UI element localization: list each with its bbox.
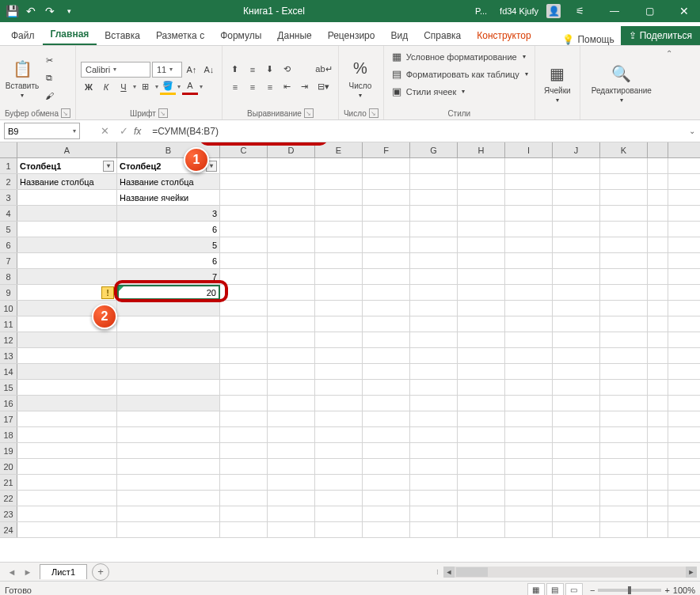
avatar-icon[interactable]: 👤 [546, 4, 561, 18]
cell[interactable] [458, 506, 505, 521]
cell[interactable] [458, 253, 505, 268]
cell[interactable] [410, 475, 458, 490]
cell[interactable] [220, 269, 268, 284]
merge-icon[interactable]: ⊟▾ [314, 79, 333, 95]
col-header[interactable] [648, 142, 668, 157]
cell[interactable] [505, 522, 553, 537]
cell[interactable] [458, 396, 505, 411]
cell[interactable] [268, 411, 315, 426]
increase-font-icon[interactable]: A↑ [184, 62, 200, 78]
dialog-launcher-icon[interactable]: ↘ [61, 108, 70, 118]
chevron-down-icon[interactable]: ▾ [200, 83, 203, 90]
chevron-down-icon[interactable]: ▾ [177, 83, 181, 90]
cell[interactable] [458, 174, 505, 189]
col-header[interactable]: K [600, 142, 648, 157]
row-header[interactable]: 23 [0, 506, 17, 521]
cell[interactable] [553, 301, 600, 316]
cell[interactable] [268, 301, 315, 316]
cut-icon[interactable]: ✂ [41, 53, 57, 69]
cell[interactable] [315, 237, 363, 252]
cell[interactable] [410, 269, 458, 284]
cell[interactable]: 6 [117, 222, 220, 237]
cell[interactable] [553, 522, 600, 537]
cell[interactable] [363, 316, 410, 332]
expand-formula-bar-icon[interactable]: ⌄ [684, 123, 700, 139]
cell[interactable] [220, 237, 268, 252]
cell[interactable] [363, 380, 410, 395]
chevron-down-icon[interactable]: ▾ [133, 83, 136, 90]
cell[interactable] [553, 285, 600, 300]
cell[interactable] [410, 427, 458, 442]
scroll-thumb[interactable] [456, 567, 488, 577]
cell[interactable] [315, 364, 363, 379]
horizontal-scrollbar[interactable]: ⁝ ◄ ► [109, 567, 700, 578]
cell[interactable] [600, 269, 648, 284]
cell[interactable] [553, 190, 600, 205]
cell[interactable] [17, 222, 117, 237]
cell[interactable] [220, 396, 268, 411]
cell[interactable] [268, 380, 315, 395]
dialog-launcher-icon[interactable]: ↘ [158, 108, 168, 118]
cell[interactable] [410, 459, 458, 474]
cell[interactable] [648, 459, 668, 474]
cell[interactable] [410, 237, 458, 252]
cell[interactable] [505, 301, 553, 316]
cell[interactable] [117, 506, 220, 521]
cell[interactable]: ! [17, 285, 117, 300]
cell[interactable] [505, 364, 553, 379]
cell[interactable] [505, 190, 553, 205]
cell[interactable] [410, 522, 458, 537]
cell[interactable] [363, 332, 410, 347]
cell[interactable] [117, 522, 220, 537]
share-button[interactable]: ⇪Поделиться [621, 26, 700, 45]
cell[interactable] [268, 459, 315, 474]
tab-view[interactable]: Вид [382, 25, 416, 45]
orientation-icon[interactable]: ⟲ [280, 62, 295, 78]
cell[interactable] [458, 190, 505, 205]
cell[interactable] [17, 190, 117, 205]
cell[interactable] [220, 459, 268, 474]
cell[interactable] [600, 522, 648, 537]
cell[interactable] [268, 522, 315, 537]
cell[interactable] [363, 269, 410, 284]
cell[interactable] [117, 443, 220, 458]
cell[interactable] [458, 411, 505, 426]
cell[interactable] [553, 269, 600, 284]
cell[interactable] [505, 491, 553, 506]
cell[interactable] [505, 237, 553, 252]
cell[interactable] [17, 269, 117, 284]
cell[interactable] [315, 253, 363, 268]
cell[interactable] [648, 364, 668, 379]
cell[interactable] [315, 206, 363, 221]
cell[interactable] [648, 411, 668, 426]
cell[interactable] [363, 459, 410, 474]
cell[interactable] [648, 301, 668, 316]
cell[interactable] [117, 332, 220, 347]
cell[interactable] [600, 285, 648, 300]
cell[interactable] [410, 190, 458, 205]
row-header[interactable]: 8 [0, 269, 17, 284]
cell[interactable]: Название ячейки [117, 190, 220, 205]
cell[interactable] [268, 443, 315, 458]
add-sheet-icon[interactable]: + [92, 563, 109, 581]
cell[interactable] [363, 491, 410, 506]
cell[interactable] [553, 491, 600, 506]
help-button[interactable]: 💡Помощь [556, 34, 620, 45]
cell[interactable] [268, 475, 315, 490]
dialog-launcher-icon[interactable]: ↘ [304, 108, 314, 118]
cell[interactable] [17, 206, 117, 221]
cell[interactable] [315, 411, 363, 426]
cell[interactable] [220, 506, 268, 521]
page-layout-view-icon[interactable]: ▤ [546, 583, 564, 596]
row-header[interactable]: 1 [0, 158, 17, 173]
fx-icon[interactable]: fx [134, 126, 141, 137]
cell[interactable] [505, 332, 553, 347]
cell[interactable] [268, 222, 315, 237]
cell[interactable] [117, 364, 220, 379]
cell[interactable]: Название столбца [17, 174, 117, 189]
cell[interactable] [648, 222, 668, 237]
cell[interactable] [458, 158, 505, 173]
cell[interactable] [553, 332, 600, 347]
save-icon[interactable]: 💾 [3, 2, 21, 20]
cell[interactable] [600, 253, 648, 268]
